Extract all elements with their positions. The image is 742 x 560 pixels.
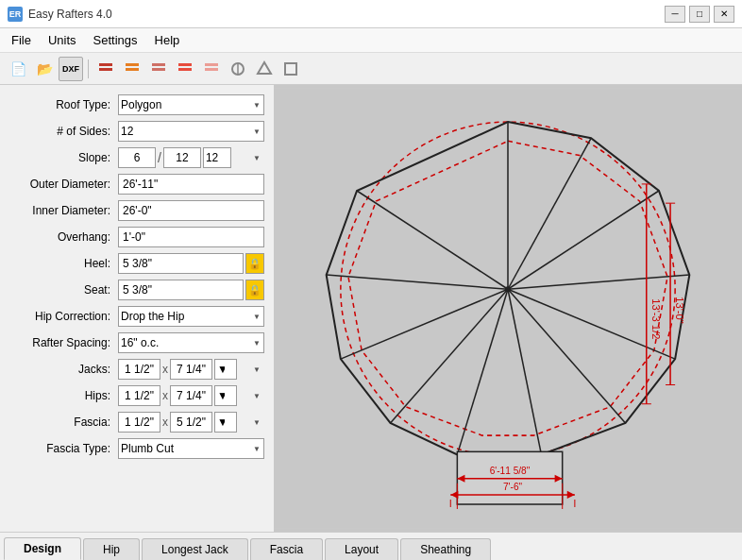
jacks-width-input[interactable] — [118, 359, 160, 380]
tab-bar: Design Hip Longest Jack Fascia Layout Sh… — [0, 532, 742, 560]
sides-row: # of Sides: 3456 78910 1112 — [9, 121, 264, 142]
menu-help[interactable]: Help — [147, 31, 188, 49]
svg-rect-9 — [205, 68, 218, 71]
tool7-icon[interactable] — [252, 57, 277, 81]
maximize-button[interactable]: □ — [689, 6, 710, 23]
hip-corr-select[interactable]: Drop the Hip Back the Hip — [118, 306, 264, 327]
fascia-row: Fascia: x ▼ — [9, 412, 264, 433]
heel-input[interactable] — [118, 253, 244, 274]
close-button[interactable]: ✕ — [714, 6, 734, 23]
tool4-icon[interactable] — [173, 57, 197, 81]
fascia-label: Fascia: — [9, 416, 118, 429]
fascia-height-input[interactable] — [170, 412, 212, 433]
tool3-icon[interactable] — [146, 57, 171, 81]
roof-type-wrapper: Polygon Hip Gable — [118, 94, 264, 115]
sides-label: # of Sides: — [9, 125, 118, 138]
tab-longest-jack[interactable]: Longest Jack — [142, 538, 248, 560]
hips-height-input[interactable] — [170, 385, 212, 406]
svg-rect-8 — [205, 63, 218, 66]
hips-x: x — [162, 389, 168, 402]
diagram-panel: 13'-3 1/2 13'-0" 6'-11 5/8" 7'-6" — [274, 85, 742, 532]
outer-diam-label: Outer Diameter: — [9, 178, 118, 191]
sides-select[interactable]: 3456 78910 1112 — [118, 121, 264, 142]
minimize-button[interactable]: ─ — [665, 6, 685, 23]
jacks-row: Jacks: x ▼ — [9, 359, 264, 380]
svg-marker-12 — [258, 62, 271, 74]
outer-diam-input[interactable] — [118, 174, 264, 195]
svg-text:6'-11 5/8": 6'-11 5/8" — [490, 466, 531, 476]
hip-corr-wrapper: Drop the Hip Back the Hip — [118, 306, 264, 327]
inner-diam-input[interactable] — [118, 200, 264, 221]
roof-type-select[interactable]: Polygon Hip Gable — [118, 94, 264, 115]
seat-controls: 🔒 — [118, 280, 264, 300]
hips-label: Hips: — [9, 389, 118, 402]
overhang-label: Overhang: — [9, 230, 118, 244]
tool5-icon[interactable] — [199, 57, 224, 81]
slope-denominator-input[interactable] — [163, 147, 201, 168]
seat-input[interactable] — [118, 280, 244, 300]
tab-fascia[interactable]: Fascia — [250, 538, 323, 560]
tool8-icon[interactable] — [278, 57, 303, 81]
fascia-type-select[interactable]: Plumb Cut Square Cut — [118, 438, 264, 459]
tool6-icon[interactable] — [226, 57, 250, 81]
inner-diam-label: Inner Diameter: — [9, 204, 118, 217]
toolbar-separator-1 — [88, 59, 89, 78]
svg-rect-2 — [126, 63, 139, 66]
jacks-select[interactable]: ▼ — [214, 359, 237, 380]
jacks-height-input[interactable] — [170, 359, 212, 380]
hips-width-input[interactable] — [118, 385, 160, 406]
slope-row: Slope: / 12 — [9, 147, 264, 168]
tab-sheathing[interactable]: Sheathing — [400, 538, 491, 560]
menu-units[interactable]: Units — [41, 31, 84, 49]
dxf-icon[interactable]: DXF — [59, 57, 83, 81]
heel-controls: 🔒 — [118, 253, 264, 274]
seat-row: Seat: 🔒 — [9, 280, 264, 300]
slope-numerator-input[interactable] — [118, 147, 156, 168]
fascia-select-wrapper: ▼ — [214, 412, 264, 433]
slope-select[interactable]: 12 — [203, 147, 231, 168]
hips-select[interactable]: ▼ — [214, 385, 237, 406]
rafter-spac-label: Rafter Spacing: — [9, 336, 118, 349]
menu-file[interactable]: File — [4, 31, 39, 49]
hips-select-wrapper: ▼ — [214, 385, 264, 406]
app-icon: ER — [8, 7, 23, 22]
svg-rect-7 — [178, 68, 192, 71]
jacks-label: Jacks: — [9, 363, 118, 376]
tool2-icon[interactable] — [120, 57, 144, 81]
slope-select-wrapper: 12 — [203, 147, 264, 168]
title-bar-controls: ─ □ ✕ — [665, 6, 734, 23]
tool1-icon[interactable] — [93, 57, 118, 81]
outer-diam-row: Outer Diameter: — [9, 174, 264, 195]
svg-rect-0 — [99, 63, 112, 66]
tab-design[interactable]: Design — [4, 537, 81, 560]
rafter-spac-select[interactable]: 12" o.c. 16" o.c. 24" o.c. — [118, 332, 264, 353]
fascia-select[interactable]: ▼ — [214, 412, 237, 433]
svg-text:13'-3 1/2: 13'-3 1/2 — [650, 298, 662, 339]
open-icon[interactable]: 📂 — [32, 57, 57, 81]
slope-controls: / 12 — [118, 147, 264, 168]
heel-lock-icon[interactable]: 🔒 — [245, 253, 264, 274]
jacks-select-wrapper: ▼ — [214, 359, 264, 380]
jacks-x: x — [162, 363, 168, 376]
title-bar-left: ER Easy Rafters 4.0 — [8, 7, 112, 22]
overhang-input[interactable] — [118, 227, 264, 247]
title-bar: ER Easy Rafters 4.0 ─ □ ✕ — [0, 0, 742, 28]
svg-rect-13 — [285, 63, 296, 75]
inner-diam-control — [118, 200, 264, 221]
app-title: Easy Rafters 4.0 — [28, 8, 112, 21]
menu-settings[interactable]: Settings — [86, 31, 145, 49]
left-panel: Roof Type: Polygon Hip Gable # of Sides:… — [0, 85, 274, 532]
tab-hip[interactable]: Hip — [83, 538, 140, 560]
fascia-type-wrapper: Plumb Cut Square Cut — [118, 438, 264, 459]
seat-lock-icon[interactable]: 🔒 — [245, 280, 264, 300]
new-icon[interactable]: 📄 — [6, 57, 30, 81]
roof-type-row: Roof Type: Polygon Hip Gable — [9, 94, 264, 115]
roof-type-label: Roof Type: — [9, 98, 118, 111]
fascia-x: x — [162, 416, 168, 429]
fascia-width-input[interactable] — [118, 412, 160, 433]
svg-rect-1 — [99, 68, 112, 71]
fascia-controls: x ▼ — [118, 412, 264, 433]
hip-corr-label: Hip Correction: — [9, 310, 118, 323]
svg-text:13'-0": 13'-0" — [674, 297, 685, 323]
tab-layout[interactable]: Layout — [325, 538, 398, 560]
